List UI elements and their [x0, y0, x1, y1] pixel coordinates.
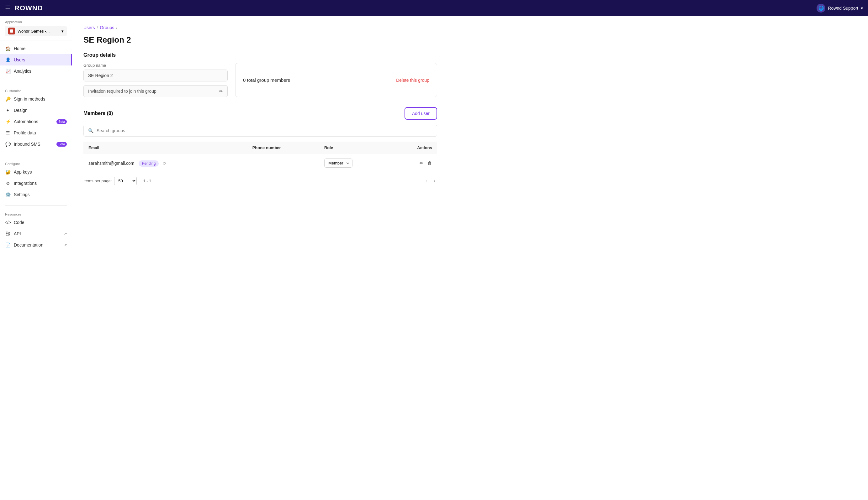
sidebar-label-appkeys: App keys — [14, 170, 32, 174]
users-icon: 👤 — [5, 57, 11, 62]
sidebar-item-code[interactable]: </> Code — [0, 217, 72, 228]
sidebar-label-code: Code — [14, 220, 24, 225]
integrations-icon: ⚙ — [5, 180, 11, 186]
sms-icon: 💬 — [5, 141, 11, 147]
sidebar: Application Wondr Games -... ▾ 🏠 Home 👤 … — [0, 16, 72, 500]
user-label: Rownd Support — [828, 5, 858, 11]
sidebar-item-settings[interactable]: ⚙️ Settings — [0, 189, 72, 200]
group-name-label: Group name — [84, 63, 228, 68]
row-phone — [247, 154, 319, 172]
search-icon: 🔍 — [88, 128, 93, 133]
search-input[interactable] — [97, 128, 432, 133]
edit-row-icon[interactable]: ✏ — [420, 160, 424, 166]
sidebar-item-signin[interactable]: 🔑 Sign in methods — [0, 93, 72, 105]
members-title: Members (0) — [84, 111, 113, 116]
breadcrumb: Users / Groups / — [84, 25, 437, 30]
sidebar-divider-2 — [5, 155, 67, 155]
refresh-icon[interactable]: ↺ — [163, 161, 166, 166]
configure-nav: Configure 🔐 App keys ⚙ Integrations ⚙️ S… — [0, 158, 72, 203]
sidebar-item-inbound-sms[interactable]: 💬 Inbound SMS Beta — [0, 138, 72, 150]
app-name: Wondr Games -... — [18, 29, 49, 34]
app-selector-button[interactable]: Wondr Games -... ▾ — [5, 26, 67, 36]
hamburger-icon[interactable]: ☰ — [5, 4, 11, 12]
breadcrumb-sep-2: / — [116, 25, 117, 30]
resources-label: Resources — [0, 211, 72, 217]
action-icons: ✏ 🗑 — [396, 160, 432, 166]
sidebar-label-settings: Settings — [14, 192, 30, 197]
sidebar-item-home[interactable]: 🏠 Home — [0, 43, 72, 54]
automations-badge: Beta — [56, 120, 67, 124]
main-content: Users / Groups / SE Region 2 Group detai… — [72, 16, 868, 500]
row-role: Member Admin Owner — [319, 154, 390, 172]
col-email: Email — [84, 141, 247, 154]
sidebar-label-docs: Documentation — [14, 242, 43, 248]
app-chevron-icon: ▾ — [62, 29, 64, 34]
group-details-left: Group name Invitation required to join t… — [84, 63, 228, 97]
row-actions: ✏ 🗑 — [390, 154, 437, 172]
members-table: Email Phone number Role Actions sarahsmi… — [84, 141, 437, 172]
invitation-field: Invitation required to join this group ✏ — [84, 85, 228, 97]
appkeys-icon: 🔐 — [5, 169, 11, 175]
breadcrumb-users[interactable]: Users — [84, 25, 95, 30]
sidebar-item-analytics[interactable]: 📈 Analytics — [0, 66, 72, 77]
main-nav: 🏠 Home 👤 Users 📈 Analytics — [0, 41, 72, 79]
page-range: 1 - 1 — [143, 179, 151, 183]
app-icon — [8, 27, 15, 34]
pending-badge: Pending — [138, 160, 159, 167]
sidebar-item-automations[interactable]: ⚡ Automations Beta — [0, 116, 72, 127]
app-section-label: Application — [5, 20, 67, 24]
edit-icon[interactable]: ✏ — [219, 89, 223, 94]
row-email: sarahsmith@gmail.com Pending ↺ — [84, 154, 247, 172]
col-actions: Actions — [390, 141, 437, 154]
analytics-icon: 📈 — [5, 68, 11, 74]
col-phone: Phone number — [247, 141, 319, 154]
sidebar-item-users[interactable]: 👤 Users — [0, 54, 72, 66]
sidebar-item-api[interactable]: ⛓ API ↗ — [0, 228, 72, 239]
add-user-button[interactable]: Add user — [404, 107, 437, 120]
user-menu[interactable]: 🌐 Rownd Support ▾ — [816, 4, 863, 12]
settings-icon: ⚙️ — [5, 192, 11, 197]
sidebar-label-inbound-sms: Inbound SMS — [14, 141, 41, 147]
group-details-right: 0 total group members Delete this group — [235, 63, 437, 97]
delete-row-icon[interactable]: 🗑 — [427, 160, 432, 166]
next-page-button[interactable]: › — [432, 177, 437, 185]
customize-nav: Customize 🔑 Sign in methods ✦ Design ⚡ A… — [0, 84, 72, 152]
automations-icon: ⚡ — [5, 119, 11, 124]
total-members: 0 total group members — [243, 77, 290, 83]
group-name-input[interactable] — [84, 70, 228, 81]
group-details-row: Group name Invitation required to join t… — [84, 63, 437, 97]
sidebar-label-api: API — [14, 231, 21, 236]
sidebar-item-docs[interactable]: 📄 Documentation ↗ — [0, 239, 72, 251]
sidebar-label-home: Home — [14, 46, 25, 51]
profile-icon: ☰ — [5, 130, 11, 136]
items-per-page-select[interactable]: 50 25 100 — [114, 177, 137, 185]
prev-page-button[interactable]: ‹ — [424, 177, 429, 185]
table-header: Email Phone number Role Actions — [84, 141, 437, 154]
table-row: sarahsmith@gmail.com Pending ↺ Member Ad… — [84, 154, 437, 172]
sidebar-item-appkeys[interactable]: 🔐 App keys — [0, 166, 72, 178]
docs-icon: 📄 — [5, 242, 11, 248]
resources-nav: Resources </> Code ⛓ API ↗ 📄 Documentati… — [0, 208, 72, 253]
topnav: ☰ ROWND 🌐 Rownd Support ▾ — [0, 0, 868, 16]
design-icon: ✦ — [5, 107, 11, 113]
page-title: SE Region 2 — [84, 35, 437, 45]
group-details-title: Group details — [84, 52, 437, 58]
user-chevron-icon: ▾ — [861, 5, 863, 11]
delete-group-button[interactable]: Delete this group — [396, 78, 429, 83]
search-bar: 🔍 — [84, 125, 437, 137]
pagination: Items per page: 50 25 100 1 - 1 ‹ › — [84, 172, 437, 190]
external-link-icon-docs: ↗ — [64, 243, 67, 247]
sidebar-item-integrations[interactable]: ⚙ Integrations — [0, 178, 72, 189]
sidebar-label-signin: Sign in methods — [14, 96, 45, 102]
breadcrumb-sep-1: / — [97, 25, 98, 30]
external-link-icon-api: ↗ — [64, 232, 67, 236]
home-icon: 🏠 — [5, 46, 11, 52]
sidebar-label-analytics: Analytics — [14, 69, 31, 73]
sidebar-label-automations: Automations — [14, 119, 38, 124]
breadcrumb-groups[interactable]: Groups — [100, 25, 114, 30]
sidebar-item-design[interactable]: ✦ Design — [0, 105, 72, 116]
col-role: Role — [319, 141, 390, 154]
invitation-text: Invitation required to join this group — [88, 89, 156, 94]
role-select[interactable]: Member Admin Owner — [324, 159, 353, 168]
sidebar-item-profile[interactable]: ☰ Profile data — [0, 127, 72, 138]
